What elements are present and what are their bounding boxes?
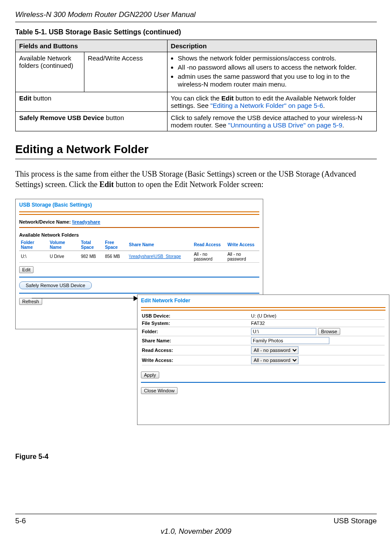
cell-field-name: Safely Remove USB Device button xyxy=(16,112,168,131)
network-name-label: Network/Device Name: \\readyshare xyxy=(16,217,263,225)
cell-share-link[interactable]: \\readyshare\USB_Storage xyxy=(127,251,192,262)
list-item: admin uses the same password that you us… xyxy=(178,73,373,89)
read-access-select[interactable]: All - no password xyxy=(251,346,298,354)
document-title: Wireless-N 300 Modem Router DGN2200 User… xyxy=(15,0,377,22)
body-paragraph: This process is the same from either the… xyxy=(15,169,377,190)
col-read-access: Read Access xyxy=(192,239,225,251)
cell: All - no password xyxy=(226,251,259,262)
cell: U:\ xyxy=(19,251,48,262)
callout-arrow xyxy=(32,298,137,298)
screenshot-composite: USB Storage (Basic Settings) Network/Dev… xyxy=(15,199,377,434)
edit-network-folder-window: Edit Network Folder USB Device:U: (U Dri… xyxy=(137,294,389,425)
safely-remove-button[interactable]: Safely Remove USB Device xyxy=(19,281,92,289)
footer-section: USB Storage xyxy=(334,517,377,525)
window-title: Edit Network Folder xyxy=(137,295,389,305)
usb-device-value: U: (U Drive) xyxy=(251,313,385,318)
window-title: USB Storage (Basic Settings) xyxy=(16,199,263,210)
cross-ref-link[interactable]: "Editing a Network Folder" on page 5-6 xyxy=(210,102,323,109)
list-item: Shows the network folder permissions/acc… xyxy=(178,54,373,63)
col-volume-name: Volume Name xyxy=(48,239,79,251)
write-access-label: Write Access: xyxy=(142,358,251,363)
share-name-input[interactable] xyxy=(251,337,329,344)
cell: All - no password xyxy=(192,251,225,262)
cell-description: You can click the Edit button to edit th… xyxy=(167,92,376,112)
table-row: Edit button You can click the Edit butto… xyxy=(16,92,377,112)
page-number: 5-6 xyxy=(15,517,26,525)
close-window-button[interactable]: Close Window xyxy=(141,387,178,394)
readyshare-link[interactable]: \\readyshare xyxy=(72,219,101,224)
browse-button[interactable]: Browse xyxy=(318,328,340,335)
col-share-name: Share Name xyxy=(127,239,192,251)
footer-version: v1.0, November 2009 xyxy=(15,527,377,536)
cell-subfield: Read/Write Access xyxy=(84,52,167,92)
table-row: U:\ U Drive 982 MB 856 MB \\readyshare\U… xyxy=(19,251,259,262)
col-free-space: Free Space xyxy=(103,239,127,251)
page-footer: 5-6 USB Storage v1.0, November 2009 xyxy=(0,514,392,542)
cell: 856 MB xyxy=(103,251,127,262)
file-system-label: File System: xyxy=(142,321,251,326)
available-folders-label: Available Network Folders xyxy=(16,230,263,238)
col-total-space: Total Space xyxy=(79,239,103,251)
write-access-select[interactable]: All - no password xyxy=(251,356,298,364)
share-name-label: Share Name: xyxy=(142,338,251,343)
col-folder-name: Folder Name xyxy=(19,239,48,251)
figure-label: Figure 5-4 xyxy=(15,453,377,461)
file-system-value: FAT32 xyxy=(251,321,385,326)
arrow-head-icon xyxy=(134,296,138,301)
table-header-fields: Fields and Buttons xyxy=(16,40,168,52)
cell-description: Click to safely remove the USB device at… xyxy=(167,112,376,131)
list-item: All -no password allows all users to acc… xyxy=(178,64,373,72)
refresh-button[interactable]: Refresh xyxy=(19,298,42,305)
folder-label: Folder: xyxy=(142,329,251,334)
cell: 982 MB xyxy=(79,251,103,262)
col-write-access: Write Access xyxy=(226,239,259,251)
usb-device-label: USB Device: xyxy=(142,313,251,318)
cell-description: Shows the network folder permissions/acc… xyxy=(167,52,376,92)
apply-button[interactable]: Apply xyxy=(141,371,159,378)
table-header-description: Description xyxy=(167,40,376,52)
folders-table: Folder Name Volume Name Total Space Free… xyxy=(19,239,259,263)
edit-button[interactable]: Edit xyxy=(19,266,34,273)
cell: U Drive xyxy=(48,251,79,262)
cross-ref-link[interactable]: "Unmounting a USB Drive" on page 5-9 xyxy=(228,121,342,129)
read-access-label: Read Access: xyxy=(142,348,251,353)
cell-field-name: Available Network folders (continued) xyxy=(16,52,84,92)
table-row: Available Network folders (continued) Re… xyxy=(16,52,377,92)
table-caption: Table 5-1. USB Storage Basic Settings (c… xyxy=(15,22,377,40)
section-heading: Editing a Network Folder xyxy=(15,143,377,159)
table-row: Safely Remove USB Device button Click to… xyxy=(16,112,377,131)
cell-field-name: Edit button xyxy=(16,92,168,112)
bullet-list: Shows the network folder permissions/acc… xyxy=(171,54,373,89)
settings-table: Fields and Buttons Description Available… xyxy=(15,40,377,131)
folder-input[interactable] xyxy=(251,328,316,335)
